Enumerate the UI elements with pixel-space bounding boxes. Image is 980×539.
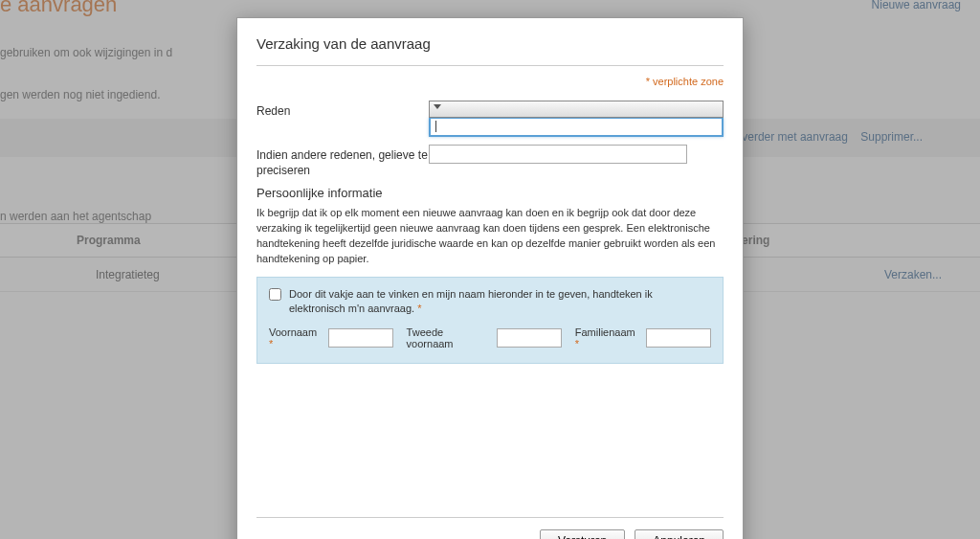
chevron-down-icon <box>434 104 441 109</box>
specify-row: Indien andere redenen, gelieve te precis… <box>256 145 724 178</box>
lastname-label: Familienaam * <box>575 326 640 349</box>
firstname-input[interactable] <box>328 328 393 348</box>
firstname-label: Voornaam * <box>269 326 323 349</box>
specify-label: Indien andere redenen, gelieve te precis… <box>256 145 429 178</box>
lastname-input[interactable] <box>646 328 711 348</box>
sign-consent-text: Door dit vakje aan te vinken en mijn naa… <box>289 287 711 317</box>
sign-checkbox[interactable] <box>269 288 281 301</box>
divider <box>256 65 724 66</box>
reason-row: Reden | <box>256 101 724 137</box>
reason-select-wrapper: | <box>429 101 724 137</box>
name-row: Voornaam * Tweede voornaam Familienaam * <box>269 326 711 349</box>
signature-panel: Door dit vakje aan te vinken en mijn naa… <box>256 277 724 364</box>
submit-button[interactable]: Versturen <box>540 529 625 539</box>
sign-consent-row: Door dit vakje aan te vinken en mijn naa… <box>269 287 711 317</box>
modal-overlay: Verzaking van de aanvraag * verplichte z… <box>0 0 980 539</box>
renounce-request-modal: Verzaking van de aanvraag * verplichte z… <box>236 17 744 539</box>
required-note: * verplichte zone <box>256 76 724 87</box>
modal-footer: Versturen Annuleren <box>256 517 724 539</box>
required-star: * <box>417 303 421 314</box>
middlename-group: Tweede voornaam <box>407 326 562 349</box>
text-cursor: | <box>434 119 437 132</box>
firstname-group: Voornaam * <box>269 326 393 349</box>
disclaimer-text: Ik begrijp dat ik op elk moment een nieu… <box>256 206 724 267</box>
cancel-button[interactable]: Annuleren <box>635 529 724 539</box>
specify-input[interactable] <box>429 145 687 164</box>
middlename-input[interactable] <box>497 328 562 348</box>
lastname-group: Familienaam * <box>575 326 711 349</box>
reason-label: Reden <box>256 101 429 120</box>
reason-select-dropdown[interactable]: | <box>429 118 724 137</box>
reason-select[interactable] <box>429 101 724 118</box>
middlename-label: Tweede voornaam <box>407 326 491 349</box>
modal-title: Verzaking van de aanvraag <box>256 35 724 52</box>
personal-info-heading: Persoonlijke informatie <box>256 186 724 200</box>
